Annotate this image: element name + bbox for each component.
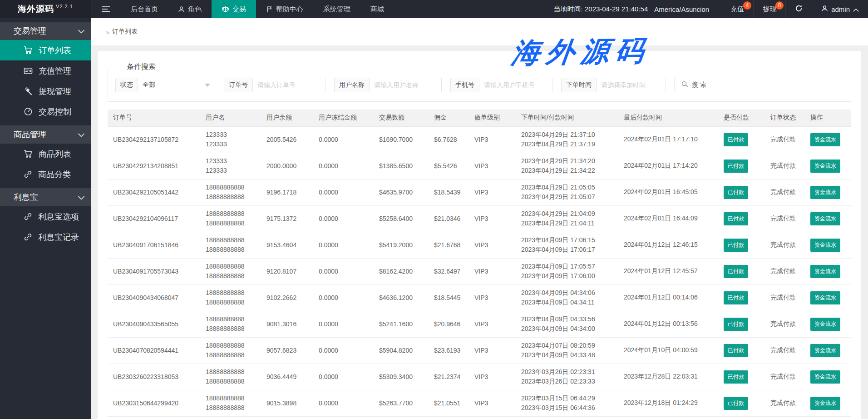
person-icon bbox=[821, 5, 828, 13]
order-time-input[interactable] bbox=[596, 78, 666, 92]
nav-item-system[interactable]: 系统管理 bbox=[313, 0, 360, 18]
table-row: UB2304292134208851 123333123333 2000.000… bbox=[108, 153, 851, 179]
cell-level: VIP3 bbox=[469, 205, 516, 232]
sidebar-item-goods-list[interactable]: 商品列表 bbox=[0, 144, 91, 164]
cell-order-times: 2023年04月29日 21:37:102023年04月29日 21:37:19 bbox=[516, 126, 618, 153]
nav-item-dashboard[interactable]: 后台首页 bbox=[121, 0, 168, 18]
phone-filter: 手机号 bbox=[450, 78, 552, 92]
cell-order-status: 完成付款 bbox=[765, 179, 805, 205]
search-button[interactable]: 搜 索 bbox=[675, 78, 713, 92]
nav-item-mall[interactable]: 商城 bbox=[360, 0, 394, 18]
sidebar-item-withdraw-management[interactable]: 提现管理 bbox=[0, 81, 91, 101]
table-row: UB2304292105051442 188888888881888888888… bbox=[108, 179, 851, 205]
nav-item-trade[interactable]: 交易 bbox=[212, 0, 256, 18]
fund-flow-button[interactable]: 资金流水 bbox=[810, 344, 840, 357]
cell-order-status: 完成付款 bbox=[765, 337, 805, 364]
cell-balance: 9102.2662 bbox=[261, 284, 313, 311]
sidebar-item-interest-options[interactable]: 利息宝选项 bbox=[0, 206, 91, 227]
app-title: 海外源码 bbox=[18, 3, 54, 15]
cell-username: 1888888888818888888888 bbox=[200, 284, 261, 311]
cell-order-no: UB2304292105051442 bbox=[108, 179, 200, 205]
phone-input[interactable] bbox=[479, 78, 552, 92]
sidebar-item-recharge-management[interactable]: 充值管理 bbox=[0, 60, 91, 81]
nav-item-help-center[interactable]: 帮助中心 bbox=[256, 0, 313, 18]
cell-amount: $4635.9700 bbox=[374, 179, 429, 205]
cell-order-no: UB2304090434068047 bbox=[108, 284, 200, 311]
cell-order-no: UB2304292137105872 bbox=[108, 126, 200, 153]
cell-frozen: 0.0000 bbox=[313, 337, 374, 364]
admin-menu[interactable]: admin bbox=[812, 0, 868, 18]
breadcrumb: » 订单列表 bbox=[91, 18, 868, 45]
fund-flow-button[interactable]: 资金流水 bbox=[810, 133, 840, 146]
cell-balance: 9196.1718 bbox=[261, 179, 313, 205]
fund-flow-button[interactable]: 资金流水 bbox=[810, 186, 840, 199]
collapse-menu-button[interactable] bbox=[91, 0, 121, 18]
order-time-filter: 下单时间 bbox=[561, 78, 666, 92]
fund-flow-button[interactable]: 资金流水 bbox=[810, 265, 840, 278]
cell-order-times: 2023年04月09日 17:05:572023年04月09日 17:06:00 bbox=[516, 258, 618, 284]
cell-amount: $8162.4200 bbox=[374, 258, 429, 284]
chevron-down-icon bbox=[78, 130, 84, 140]
column-header: 订单号 bbox=[108, 110, 200, 126]
cell-frozen: 0.0000 bbox=[313, 179, 374, 205]
sidebar-item-interest-records[interactable]: 利息宝记录 bbox=[0, 227, 91, 247]
chevron-down-icon bbox=[78, 193, 84, 202]
column-header: 操作 bbox=[805, 110, 851, 126]
table-row: UB2304091706151846 188888888881888888888… bbox=[108, 232, 851, 258]
sidebar-item-goods-category[interactable]: 商品分类 bbox=[0, 164, 91, 185]
status-filter: 状态 全部 bbox=[115, 78, 215, 92]
column-header: 订单状态 bbox=[765, 110, 805, 126]
column-header: 最后付款时间 bbox=[618, 110, 718, 126]
cell-balance: 9120.8107 bbox=[261, 258, 313, 284]
cell-last-pay-time: 2024年01月12日 12:45:57 bbox=[618, 258, 718, 284]
withdraw-link[interactable]: 提现 0 bbox=[753, 0, 785, 18]
hammer-icon bbox=[24, 87, 33, 95]
cell-commission: $5.5426 bbox=[429, 153, 469, 179]
cell-order-no: UB2304070820594441 bbox=[108, 337, 200, 364]
cell-order-times: 2023年04月29日 21:34:202023年04月29日 21:34:22 bbox=[516, 153, 618, 179]
fund-flow-button[interactable]: 资金流水 bbox=[810, 291, 840, 304]
fund-flow-button[interactable]: 资金流水 bbox=[810, 370, 840, 384]
admin-username: admin bbox=[831, 5, 850, 13]
cell-order-no: UB2304292134208851 bbox=[108, 153, 200, 179]
nav-item-roles[interactable]: 角色 bbox=[168, 0, 212, 18]
username-input[interactable] bbox=[369, 78, 442, 92]
cell-level: VIP3 bbox=[469, 126, 516, 153]
column-header: 交易数额 bbox=[374, 110, 429, 126]
cell-order-status: 完成付款 bbox=[765, 232, 805, 258]
fund-flow-button[interactable]: 资金流水 bbox=[810, 397, 840, 410]
fund-flow-button[interactable]: 资金流水 bbox=[810, 212, 840, 225]
link-icon bbox=[24, 170, 32, 179]
fund-flow-button[interactable]: 资金流水 bbox=[810, 160, 840, 173]
status-selected-value: 全部 bbox=[143, 81, 155, 89]
navbar-right: 当地时间: 2023-04-29 21:40:54 America/Asunci… bbox=[554, 0, 868, 18]
cell-amount: $5419.2000 bbox=[374, 232, 429, 258]
cell-frozen: 0.0000 bbox=[313, 284, 374, 311]
cell-level: VIP3 bbox=[469, 364, 516, 390]
column-header: 用户名 bbox=[200, 110, 261, 126]
sidebar-section-goods-management[interactable]: 商品管理 bbox=[0, 125, 91, 144]
cell-username: 1888888888818888888888 bbox=[200, 337, 261, 364]
order-no-input[interactable] bbox=[252, 78, 326, 92]
status-select[interactable]: 全部 bbox=[138, 78, 215, 92]
sidebar-section-trade-management[interactable]: 交易管理 bbox=[0, 22, 91, 40]
cell-order-status: 完成付款 bbox=[765, 390, 805, 416]
refresh-button[interactable] bbox=[785, 0, 812, 18]
sidebar-item-order-list[interactable]: 订单列表 bbox=[0, 40, 91, 60]
sidebar-item-trade-control[interactable]: 交易控制 bbox=[0, 101, 91, 122]
withdraw-badge: 0 bbox=[775, 1, 784, 10]
cell-balance: 9081.3016 bbox=[261, 311, 313, 337]
paid-status-badge: 已付款 bbox=[724, 265, 748, 278]
recharge-badge: 4 bbox=[743, 1, 751, 10]
order-no-filter: 订单号 bbox=[224, 78, 326, 92]
recharge-link[interactable]: 充值 4 bbox=[721, 0, 753, 18]
cell-amount: $5263.7700 bbox=[374, 390, 429, 416]
cell-balance: 2005.5426 bbox=[261, 126, 313, 153]
cell-order-times: 2023年03月15日 06:44:292023年03月15日 06:44:36 bbox=[516, 390, 618, 416]
cell-balance: 9057.6823 bbox=[261, 337, 313, 364]
cell-order-times: 2023年04月29日 21:05:052023年04月29日 21:05:07 bbox=[516, 179, 618, 205]
table-row: UB2304090433565055 188888888881888888888… bbox=[108, 311, 851, 337]
fund-flow-button[interactable]: 资金流水 bbox=[810, 318, 840, 331]
fund-flow-button[interactable]: 资金流水 bbox=[810, 239, 840, 252]
sidebar-section-interest-treasure[interactable]: 利息宝 bbox=[0, 188, 91, 206]
